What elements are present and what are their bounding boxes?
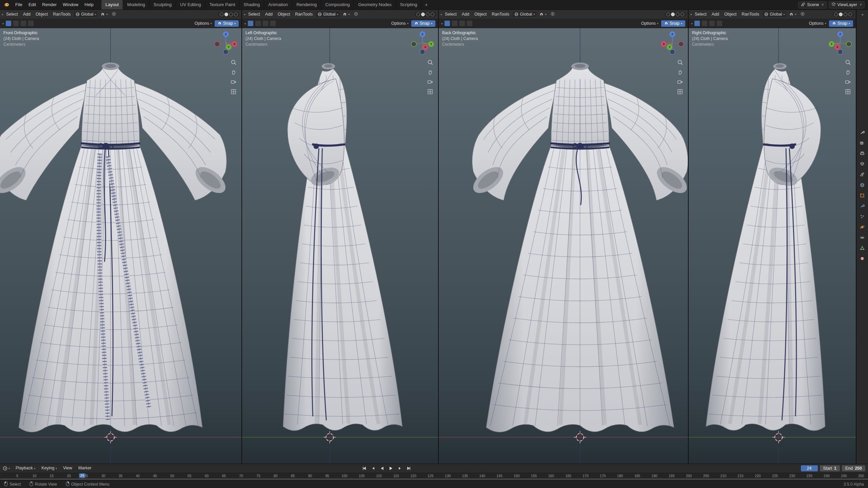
- viewport-menu-select[interactable]: Select: [4, 10, 20, 19]
- tool-mode-4[interactable]: [467, 20, 473, 26]
- tool-chevron-icon[interactable]: ▸: [441, 22, 443, 25]
- viewport-scene[interactable]: [242, 28, 438, 464]
- shading-rendered-icon[interactable]: [431, 13, 434, 16]
- workspace-tab-rendering[interactable]: Rendering: [292, 0, 321, 9]
- move-view-button[interactable]: [231, 69, 237, 75]
- timeline-menu-playback[interactable]: Playback ▾: [13, 463, 38, 473]
- viewport-menu-object[interactable]: Object: [275, 10, 292, 19]
- viewport-menu-rantools[interactable]: RanTools: [739, 10, 762, 19]
- shading-material-icon[interactable]: [676, 13, 679, 16]
- tool-options-dropdown[interactable]: Options▾: [641, 21, 658, 26]
- shading-material-icon[interactable]: [844, 13, 847, 16]
- workspace-tab-animation[interactable]: Animation: [264, 0, 292, 9]
- properties-tab-object[interactable]: [859, 192, 865, 199]
- app-menu-render[interactable]: Render: [39, 0, 60, 9]
- properties-tab-physics[interactable]: [859, 224, 865, 230]
- viewport-menu-rantools[interactable]: RanTools: [51, 10, 73, 19]
- workspace-tab-shading[interactable]: Shading: [240, 0, 264, 9]
- tool-mode-3[interactable]: [20, 20, 26, 26]
- properties-tab-output[interactable]: [859, 150, 865, 157]
- shading-solid-icon[interactable]: [224, 13, 228, 16]
- viewport-menu-add[interactable]: Add: [21, 10, 33, 19]
- shading-wireframe-icon[interactable]: [416, 13, 420, 16]
- workspace-tab-texture-paint[interactable]: Texture Paint: [205, 0, 240, 9]
- viewport-menu-add[interactable]: Add: [263, 10, 275, 19]
- properties-tab-render[interactable]: [859, 140, 865, 146]
- snap-button[interactable]: Snap▾: [661, 20, 685, 27]
- properties-tab-tool[interactable]: [859, 129, 865, 136]
- tool-mode-4[interactable]: [28, 20, 34, 26]
- proportional-editing-icon[interactable]: [551, 12, 555, 17]
- viewport-menu-rantools[interactable]: RanTools: [293, 10, 315, 19]
- editor-type-chevron-icon[interactable]: ▸: [441, 13, 442, 16]
- move-view-button[interactable]: [845, 69, 851, 75]
- tool-select-box[interactable]: [444, 20, 450, 26]
- move-view-button[interactable]: [427, 69, 433, 75]
- current-frame-field[interactable]: 24: [801, 465, 818, 471]
- workspace-tab-compositing[interactable]: Compositing: [321, 0, 354, 9]
- proportional-editing-icon[interactable]: [112, 12, 116, 17]
- properties-tab-constraints[interactable]: [859, 235, 865, 241]
- transform-orientation-dropdown[interactable]: Global▾: [512, 11, 537, 18]
- transform-orientation-dropdown[interactable]: Global▾: [762, 11, 787, 18]
- jump-to-end-button[interactable]: [405, 466, 412, 471]
- workspace-tab-modeling[interactable]: Modeling: [123, 0, 150, 9]
- viewport-menu-select[interactable]: Select: [442, 10, 459, 19]
- tool-mode-2[interactable]: [13, 20, 19, 26]
- shading-rendered-icon[interactable]: [234, 13, 238, 16]
- camera-view-button[interactable]: [231, 79, 237, 85]
- navigation-gizmo[interactable]: ZXY: [659, 30, 685, 57]
- blender-logo-icon[interactable]: [0, 2, 12, 7]
- zoom-button[interactable]: [231, 59, 237, 65]
- toggle-perspective-button[interactable]: [845, 89, 851, 95]
- navigation-gizmo[interactable]: ZXY: [213, 30, 239, 57]
- viewport-scene[interactable]: [689, 28, 856, 464]
- properties-tab-data[interactable]: [859, 245, 865, 251]
- workspace-tab-uv-editing[interactable]: UV Editing: [176, 0, 205, 9]
- play-reverse-button[interactable]: [378, 466, 386, 471]
- shading-rendered-icon[interactable]: [848, 13, 852, 16]
- tool-mode-3[interactable]: [709, 20, 715, 26]
- shading-solid-icon[interactable]: [671, 13, 675, 16]
- snapping-dropdown[interactable]: ▾: [787, 12, 798, 17]
- jump-to-start-button[interactable]: [361, 466, 368, 471]
- app-menu-window[interactable]: Window: [60, 0, 81, 9]
- shading-material-icon[interactable]: [426, 13, 430, 16]
- viewlayer-selector[interactable]: ViewLayer ×: [829, 1, 865, 8]
- snap-button[interactable]: Snap▾: [411, 20, 435, 27]
- properties-tab-world[interactable]: [859, 182, 865, 188]
- viewport-canvas[interactable]: Back Orthographic (24) Cloth | Camera Ce…: [439, 28, 688, 464]
- camera-view-button[interactable]: [677, 79, 683, 85]
- shading-rendered-icon[interactable]: [680, 13, 684, 16]
- shading-wireframe-icon[interactable]: [220, 13, 223, 16]
- timeline-editor-type-icon[interactable]: ▾: [3, 466, 10, 471]
- shading-wireframe-icon[interactable]: [834, 13, 838, 16]
- collapse-chevron-icon[interactable]: ◂: [861, 13, 863, 16]
- tool-select-box[interactable]: [694, 20, 700, 26]
- start-frame-field[interactable]: Start1: [820, 465, 840, 471]
- proportional-editing-icon[interactable]: [354, 12, 358, 17]
- transform-orientation-dropdown[interactable]: Global▾: [73, 11, 98, 18]
- timeline-menu-view[interactable]: View: [60, 463, 75, 473]
- workspace-tab-sculpting[interactable]: Sculpting: [150, 0, 176, 9]
- tool-mode-2[interactable]: [452, 20, 458, 26]
- shading-wireframe-icon[interactable]: [666, 13, 670, 16]
- viewport-canvas[interactable]: Right Orthographic (24) Cloth | Camera C…: [689, 28, 856, 464]
- viewport-menu-object[interactable]: Object: [722, 10, 739, 19]
- app-menu-edit[interactable]: Edit: [25, 0, 39, 9]
- tool-mode-3[interactable]: [459, 20, 465, 26]
- camera-view-button[interactable]: [427, 79, 433, 85]
- tool-chevron-icon[interactable]: ▸: [691, 22, 693, 25]
- toggle-perspective-button[interactable]: [231, 89, 237, 95]
- shading-solid-icon[interactable]: [839, 13, 843, 16]
- app-menu-file[interactable]: File: [12, 0, 25, 9]
- viewport-menu-select[interactable]: Select: [246, 10, 262, 19]
- shading-material-icon[interactable]: [229, 13, 233, 16]
- viewport-menu-object[interactable]: Object: [33, 10, 50, 19]
- viewport-scene[interactable]: [439, 28, 688, 464]
- timeline-ruler[interactable]: 5101520253035404550556065707580859095100…: [0, 473, 868, 480]
- scene-selector[interactable]: Scene ×: [798, 1, 826, 8]
- shading-solid-icon[interactable]: [421, 13, 425, 16]
- tool-options-dropdown[interactable]: Options▾: [809, 21, 826, 26]
- transform-orientation-dropdown[interactable]: Global▾: [315, 11, 340, 18]
